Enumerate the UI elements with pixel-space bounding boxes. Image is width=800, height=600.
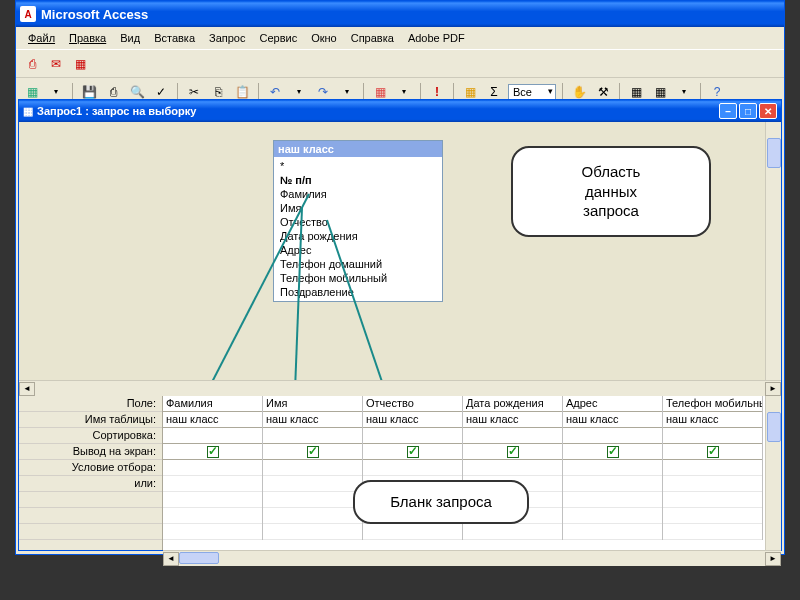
table-cell[interactable]: наш класс [163,412,262,428]
scrollbar-thumb[interactable] [179,552,219,564]
close-button[interactable]: ✕ [759,103,777,119]
grid-vertical-scrollbar[interactable] [765,396,781,550]
scrollbar-thumb[interactable] [767,412,781,442]
criteria-cell[interactable] [563,460,662,476]
checkbox-icon[interactable] [207,446,219,458]
empty-cell[interactable] [163,492,262,508]
field-cell[interactable]: Имя [263,396,362,412]
show-cell[interactable] [163,444,262,460]
checkbox-icon[interactable] [307,446,319,458]
sort-cell[interactable] [163,428,262,444]
menu-window[interactable]: Окно [305,30,343,46]
field-item[interactable]: Отчество [274,215,442,229]
or-cell[interactable] [663,476,762,492]
checkbox-icon[interactable] [407,446,419,458]
table-cell[interactable]: наш класс [563,412,662,428]
menu-help[interactable]: Справка [345,30,400,46]
field-cell[interactable]: Дата рождения [463,396,562,412]
grid-column[interactable]: Адреснаш класс [563,396,663,540]
empty-cell[interactable] [263,524,362,540]
sort-cell[interactable] [563,428,662,444]
pdf-icon-3[interactable]: ▦ [70,54,90,74]
empty-cell[interactable] [163,508,262,524]
menu-edit[interactable]: Правка [63,30,112,46]
criteria-cell[interactable] [363,460,462,476]
menu-query[interactable]: Запрос [203,30,251,46]
table-title: наш класс [274,141,442,157]
field-item[interactable]: Адрес [274,243,442,257]
scroll-left-icon[interactable]: ◄ [19,382,35,396]
minimize-button[interactable]: – [719,103,737,119]
table-cell[interactable]: наш класс [263,412,362,428]
maximize-button[interactable]: □ [739,103,757,119]
field-cell[interactable]: Отчество [363,396,462,412]
sort-cell[interactable] [463,428,562,444]
pdf-icon-2[interactable]: ✉ [46,54,66,74]
table-cell[interactable]: наш класс [663,412,762,428]
scroll-right-icon[interactable]: ► [765,552,781,566]
field-item[interactable]: № п/п [274,173,442,187]
field-item[interactable]: Имя [274,201,442,215]
sort-cell[interactable] [663,428,762,444]
table-cell[interactable]: наш класс [363,412,462,428]
show-cell[interactable] [663,444,762,460]
grid-column[interactable]: Телефон мобильнынаш класс [663,396,763,540]
checkbox-icon[interactable] [707,446,719,458]
criteria-cell[interactable] [263,460,362,476]
scroll-left-icon[interactable]: ◄ [163,552,179,566]
empty-cell[interactable] [263,492,362,508]
empty-cell[interactable] [563,492,662,508]
or-cell[interactable] [563,476,662,492]
empty-cell[interactable] [363,524,462,540]
criteria-cell[interactable] [163,460,262,476]
criteria-cell[interactable] [663,460,762,476]
empty-cell[interactable] [163,524,262,540]
table-cell[interactable]: наш класс [463,412,562,428]
scroll-right-icon[interactable]: ► [765,382,781,396]
empty-cell[interactable] [663,492,762,508]
show-cell[interactable] [463,444,562,460]
scrollbar-track[interactable] [35,382,765,396]
menu-insert[interactable]: Вставка [148,30,201,46]
empty-cell[interactable] [563,508,662,524]
show-cell[interactable] [263,444,362,460]
table-field-list[interactable]: наш класс * № п/п Фамилия Имя Отчество Д… [273,140,443,302]
scrollbar-thumb[interactable] [767,138,781,168]
grid-column[interactable]: Имянаш класс [263,396,363,540]
top-values-combo[interactable]: Все [508,84,556,100]
or-cell[interactable] [163,476,262,492]
criteria-cell[interactable] [463,460,562,476]
pdf-icon[interactable]: ⎙ [22,54,42,74]
empty-cell[interactable] [263,508,362,524]
field-item[interactable]: Дата рождения [274,229,442,243]
menu-adobe[interactable]: Adobe PDF [402,30,471,46]
upper-horizontal-scrollbar[interactable]: ◄ ► [19,380,781,396]
sort-cell[interactable] [363,428,462,444]
field-cell[interactable]: Телефон мобильны [663,396,762,412]
menu-view[interactable]: Вид [114,30,146,46]
empty-cell[interactable] [663,508,762,524]
show-cell[interactable] [563,444,662,460]
or-cell[interactable] [263,476,362,492]
field-cell[interactable]: Фамилия [163,396,262,412]
scrollbar-track[interactable] [179,552,765,566]
checkbox-icon[interactable] [507,446,519,458]
field-item[interactable]: Телефон мобильный [274,271,442,285]
lower-horizontal-scrollbar[interactable]: ◄ ► [163,550,781,566]
menu-file[interactable]: Файл [22,30,61,46]
sort-cell[interactable] [263,428,362,444]
empty-cell[interactable] [663,524,762,540]
empty-cell[interactable] [563,524,662,540]
vertical-scrollbar[interactable] [765,122,781,380]
field-item[interactable]: * [274,159,442,173]
grid-column[interactable]: Фамилиянаш класс [163,396,263,540]
field-cell[interactable]: Адрес [563,396,662,412]
field-item[interactable]: Фамилия [274,187,442,201]
menu-tools[interactable]: Сервис [253,30,303,46]
checkbox-icon[interactable] [607,446,619,458]
data-area[interactable]: наш класс * № п/п Фамилия Имя Отчество Д… [19,122,781,380]
field-item[interactable]: Телефон домашний [274,257,442,271]
show-cell[interactable] [363,444,462,460]
field-item[interactable]: Поздравление [274,285,442,299]
empty-cell[interactable] [463,524,562,540]
